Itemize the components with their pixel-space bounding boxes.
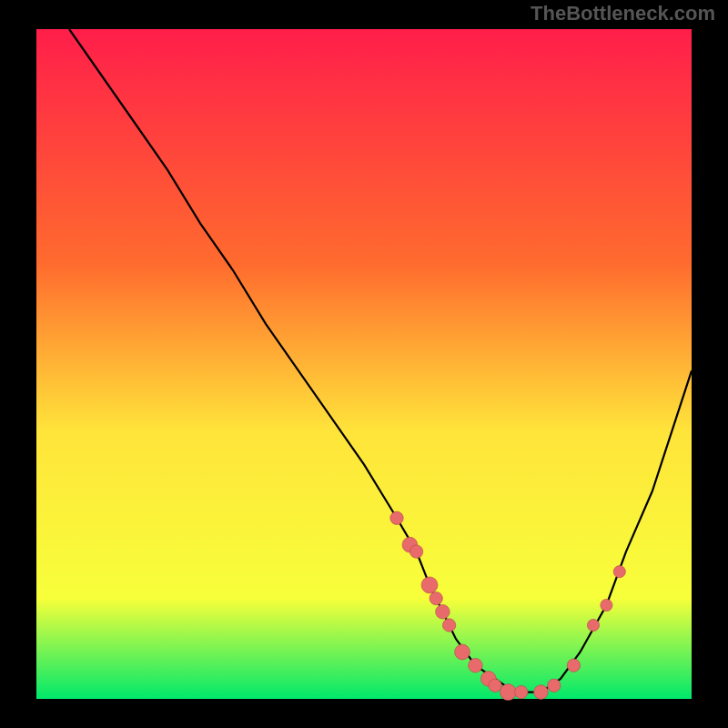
data-marker — [548, 679, 561, 692]
data-marker — [587, 619, 599, 631]
data-marker — [442, 619, 455, 632]
data-marker — [421, 577, 438, 593]
data-marker — [390, 511, 403, 524]
chart-container: TheBottleneck.com — [0, 0, 728, 728]
data-marker — [436, 605, 450, 620]
data-marker — [410, 545, 422, 558]
data-marker — [534, 685, 549, 700]
data-marker — [613, 566, 625, 578]
data-marker — [567, 659, 580, 672]
watermark-text: TheBottleneck.com — [531, 2, 715, 25]
data-marker — [601, 599, 612, 611]
data-marker — [515, 685, 528, 698]
bottleneck-chart — [0, 0, 728, 728]
data-marker — [469, 658, 483, 672]
plot-gradient-bg — [36, 29, 692, 699]
data-marker — [489, 679, 501, 692]
data-marker — [455, 644, 470, 660]
data-marker — [500, 684, 516, 701]
data-marker — [430, 592, 442, 604]
